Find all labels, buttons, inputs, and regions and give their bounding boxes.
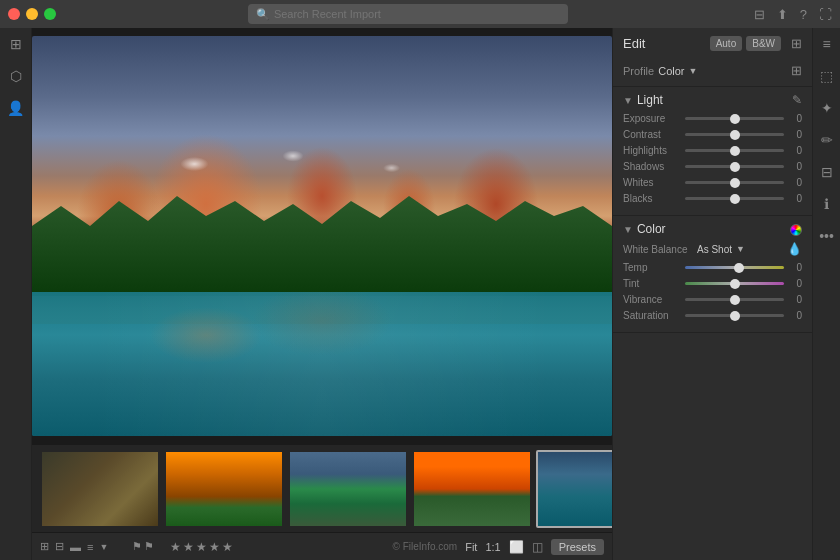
share-icon[interactable]: ⬆ [777,7,788,22]
copyright-text: © FileInfo.com [393,541,458,552]
light-chevron-icon: ▼ [623,95,633,106]
filmstrip [32,444,612,532]
toolbar-more-icon[interactable]: ••• [819,228,834,244]
temp-thumb[interactable] [734,263,744,273]
shadows-row: Shadows 0 [623,161,802,172]
filmstrip-thumb-3[interactable] [288,450,408,528]
star-4[interactable]: ★ [209,540,220,554]
thumb-image-2 [166,452,282,526]
tint-thumb[interactable] [730,279,740,289]
filmstrip-thumb-4[interactable] [412,450,532,528]
square-view-icon[interactable]: ⊟ [55,540,64,553]
shadows-slider[interactable] [685,165,784,168]
right-panel: Edit Auto B&W ⊞ Profile Color ▼ ⊞ ▼ Ligh… [612,28,812,560]
blacks-slider[interactable] [685,197,784,200]
star-5[interactable]: ★ [222,540,233,554]
auto-button[interactable]: Auto [710,36,743,51]
flag-icon-2[interactable]: ⚑ [144,540,154,553]
search-bar[interactable]: 🔍 [248,4,568,24]
highlights-row: Highlights 0 [623,145,802,156]
bw-button[interactable]: B&W [746,36,781,51]
fit-label[interactable]: Fit [465,541,477,553]
main-layout: ⊞ ⬡ 👤 [0,28,840,560]
whites-slider[interactable] [685,181,784,184]
color-circle-icon[interactable] [790,222,802,236]
highlights-slider[interactable] [685,149,784,152]
bottom-view-icons: ⊞ ⊟ ▬ ≡ ▼ [40,540,108,553]
grid-view-icon[interactable]: ⊞ [40,540,49,553]
exposure-thumb[interactable] [730,114,740,124]
blacks-row: Blacks 0 [623,193,802,204]
exposure-slider[interactable] [685,117,784,120]
filmstrip-thumb-2[interactable] [164,450,284,528]
flag-icon-1[interactable]: ⚑ [132,540,142,553]
light-section-header[interactable]: ▼ Light ✎ [623,93,802,107]
vibrance-slider[interactable] [685,298,784,301]
contrast-row: Contrast 0 [623,129,802,140]
star-2[interactable]: ★ [183,540,194,554]
contrast-thumb[interactable] [730,130,740,140]
vibrance-row: Vibrance 0 [623,294,802,305]
panel-grid-icon[interactable]: ⊞ [791,36,802,51]
toolbar-info-icon[interactable]: ℹ [824,196,829,212]
whites-thumb[interactable] [730,178,740,188]
toolbar-layers-icon[interactable]: ⊟ [821,164,833,180]
edit-title: Edit [623,36,645,51]
toolbar-crop-icon[interactable]: ⬚ [820,68,833,84]
minimize-button[interactable] [26,8,38,20]
presets-button[interactable]: Presets [551,539,604,555]
filmstrip-thumb-5[interactable] [536,450,612,528]
wb-dropdown-icon[interactable]: ▼ [736,244,745,254]
blacks-thumb[interactable] [730,194,740,204]
close-button[interactable] [8,8,20,20]
tint-label: Tint [623,278,681,289]
saturation-label: Saturation [623,310,681,321]
star-1[interactable]: ★ [170,540,181,554]
color-section-title: Color [637,222,666,236]
contrast-slider[interactable] [685,133,784,136]
temp-slider[interactable] [685,266,784,269]
expand-icon[interactable]: ⬜ [509,540,524,554]
blacks-label: Blacks [623,193,681,204]
shadows-thumb[interactable] [730,162,740,172]
toolbar-healing-icon[interactable]: ✦ [821,100,833,116]
tint-slider[interactable] [685,282,784,285]
light-edit-icon[interactable]: ✎ [792,93,802,107]
titlebar-icons: ⊟ ⬆ ? ⛶ [754,7,832,22]
sort-chevron-icon[interactable]: ▼ [99,542,108,552]
help-icon[interactable]: ? [800,7,807,22]
library-icon[interactable]: ⊞ [10,36,22,52]
star-rating[interactable]: ★ ★ ★ ★ ★ [170,540,233,554]
bottom-right: © FileInfo.com Fit 1:1 ⬜ ◫ Presets [393,539,604,555]
search-input[interactable] [274,8,560,20]
bottom-bar: ⊞ ⊟ ▬ ≡ ▼ ⚑ ⚑ ★ ★ ★ ★ ★ © FileInfo.com F… [32,532,612,560]
profile-dropdown-icon[interactable]: ▼ [688,66,697,76]
fullscreen-icon[interactable]: ⛶ [819,7,832,22]
people-icon[interactable]: 👤 [7,100,24,116]
eyedropper-icon[interactable]: 💧 [787,242,802,256]
highlights-thumb[interactable] [730,146,740,156]
temp-label: Temp [623,262,681,273]
saturation-thumb[interactable] [730,311,740,321]
wb-row: White Balance As Shot ▼ 💧 [623,242,802,256]
maximize-button[interactable] [44,8,56,20]
strip-view-icon[interactable]: ▬ [70,541,81,553]
filter-icon[interactable]: ⊟ [754,7,765,22]
profile-grid-icon[interactable]: ⊞ [791,63,802,78]
saturation-value: 0 [788,310,802,321]
star-3[interactable]: ★ [196,540,207,554]
develop-icon[interactable]: ⬡ [10,68,22,84]
filmstrip-thumb-1[interactable] [40,450,160,528]
thumb-image-3 [290,452,406,526]
vibrance-thumb[interactable] [730,295,740,305]
zoom-icon[interactable]: ◫ [532,540,543,554]
saturation-slider[interactable] [685,314,784,317]
toolbar-brush-icon[interactable]: ✏ [821,132,833,148]
sort-icon[interactable]: ≡ [87,541,93,553]
center-area: ⊞ ⊟ ▬ ≡ ▼ ⚑ ⚑ ★ ★ ★ ★ ★ © FileInfo.com F… [32,28,612,560]
edit-header: Edit Auto B&W ⊞ [613,28,812,59]
toolbar-settings-icon[interactable]: ≡ [822,36,830,52]
ratio-label[interactable]: 1:1 [485,541,500,553]
contrast-label: Contrast [623,129,681,140]
color-section-header[interactable]: ▼ Color [623,222,802,236]
